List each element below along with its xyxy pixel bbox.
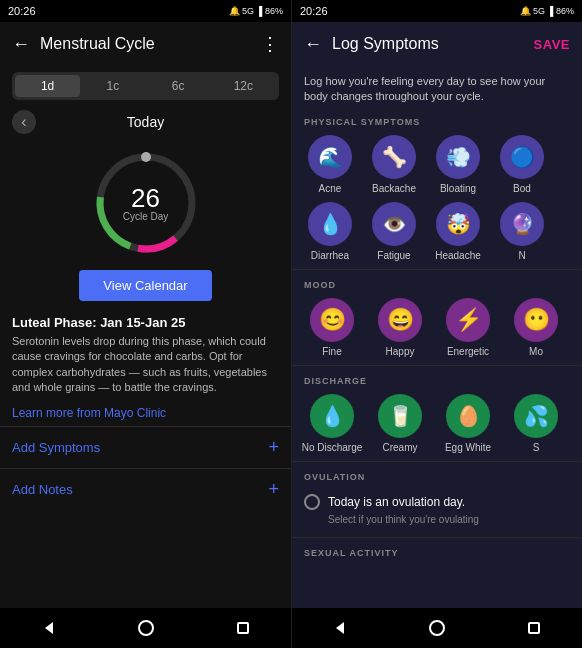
cycle-circle: 26 Cycle Day: [91, 148, 201, 258]
egg-white-icon: 🥚: [446, 394, 490, 438]
symptom-backache[interactable]: 🦴 Backache: [364, 135, 424, 194]
body-icon: 🔵: [500, 135, 544, 179]
creamy-label: Creamy: [382, 442, 417, 453]
right-recents-nav-button[interactable]: [519, 613, 549, 643]
energetic-label: Energetic: [447, 346, 489, 357]
ovulation-subtitle: Select if you think you're ovulating: [304, 514, 570, 525]
symptom-fatigue[interactable]: 👁️ Fatigue: [364, 202, 424, 261]
mayo-clinic-link[interactable]: Learn more from Mayo Clinic: [12, 406, 279, 420]
left-time: 20:26: [8, 5, 36, 17]
home-nav-button[interactable]: [131, 613, 161, 643]
body-label: Bod: [513, 183, 531, 194]
mood-fine[interactable]: 😊 Fine: [300, 298, 364, 357]
right-alarm-icon: 🔔: [520, 6, 531, 16]
mood-more[interactable]: 😶 Mo: [504, 298, 568, 357]
discharge-s[interactable]: 💦 S: [504, 394, 568, 453]
symptom-acne[interactable]: 🌊 Acne: [300, 135, 360, 194]
right-home-nav-button[interactable]: [422, 613, 452, 643]
add-symptoms-section[interactable]: Add Symptoms +: [0, 426, 291, 468]
physical-symptoms-row2: 💧 Diarrhea 👁️ Fatigue 🤯 Headache 🔮 N: [292, 198, 582, 265]
mood-more-label: Mo: [529, 346, 543, 357]
mood-grid: 😊 Fine 😄 Happy ⚡ Energetic 😶 Mo: [292, 294, 582, 361]
physical-symptoms-grid: 🌊 Acne 🦴 Backache 💨 Bloating 🔵 Bod: [292, 131, 582, 198]
discharge-s-icon: 💦: [514, 394, 558, 438]
discharge-s-label: S: [533, 442, 540, 453]
fatigue-icon: 👁️: [372, 202, 416, 246]
right-bottom-nav: [292, 608, 582, 648]
svg-rect-9: [529, 623, 539, 633]
right-status-icons: 🔔 5G ▐ 86%: [520, 6, 574, 16]
left-back-button[interactable]: ←: [12, 34, 30, 55]
diarrhea-label: Diarrhea: [311, 250, 349, 261]
right-signal-icon: 5G: [533, 6, 545, 16]
divider-2: [292, 365, 582, 366]
phase-info: Luteal Phase: Jan 15-Jan 25 Serotonin le…: [0, 307, 291, 400]
tab-12c[interactable]: 12c: [211, 75, 276, 97]
creamy-icon: 🥛: [378, 394, 422, 438]
right-battery-icon: ▐ 86%: [547, 6, 574, 16]
battery-icon: ▐ 86%: [256, 6, 283, 16]
symptom-bloating[interactable]: 💨 Bloating: [428, 135, 488, 194]
divider-4: [292, 537, 582, 538]
svg-marker-4: [45, 622, 53, 634]
symptom-headache[interactable]: 🤯 Headache: [428, 202, 488, 261]
tab-6c[interactable]: 6c: [146, 75, 211, 97]
left-status-bar: 20:26 🔔 5G ▐ 86%: [0, 0, 291, 22]
tab-1c[interactable]: 1c: [80, 75, 145, 97]
sexual-activity-label: SEXUAL ACTIVITY: [292, 542, 582, 562]
left-status-icons: 🔔 5G ▐ 86%: [229, 6, 283, 16]
save-button[interactable]: SAVE: [534, 37, 570, 52]
log-symptoms-scroll[interactable]: Log how you're feeling every day to see …: [292, 66, 582, 608]
right-top-bar: ← Log Symptoms SAVE: [292, 22, 582, 66]
symptom-body[interactable]: 🔵 Bod: [492, 135, 552, 194]
physical-symptoms-label: PHYSICAL SYMPTOMS: [292, 111, 582, 131]
discharge-section-label: DISCHARGE: [292, 370, 582, 390]
discharge-grid: 💧 No Discharge 🥛 Creamy 🥚 Egg White 💦 S: [292, 390, 582, 457]
svg-point-3: [141, 152, 151, 162]
mood-more-icon: 😶: [514, 298, 558, 342]
recents-nav-button[interactable]: [228, 613, 258, 643]
backache-icon: 🦴: [372, 135, 416, 179]
current-date-label: Today: [127, 114, 164, 130]
view-calendar-button[interactable]: View Calendar: [79, 270, 211, 301]
svg-point-5: [139, 621, 153, 635]
left-menu-button[interactable]: ⋮: [261, 33, 279, 55]
right-back-nav-button[interactable]: [325, 613, 355, 643]
right-back-button[interactable]: ←: [304, 34, 322, 55]
discharge-egg-white[interactable]: 🥚 Egg White: [436, 394, 500, 453]
fine-icon: 😊: [310, 298, 354, 342]
svg-point-8: [430, 621, 444, 635]
symptom-n[interactable]: 🔮 N: [492, 202, 552, 261]
ovulation-row: Today is an ovulation day.: [304, 494, 570, 510]
cycle-circle-container: 26 Cycle Day: [0, 138, 291, 264]
phase-description: Serotonin levels drop during this phase,…: [12, 334, 279, 396]
signal-icon: 5G: [242, 6, 254, 16]
mood-energetic[interactable]: ⚡ Energetic: [436, 298, 500, 357]
period-tabs: 1d 1c 6c 12c: [12, 72, 279, 100]
headache-icon: 🤯: [436, 202, 480, 246]
discharge-creamy[interactable]: 🥛 Creamy: [368, 394, 432, 453]
right-title: Log Symptoms: [332, 35, 534, 53]
tab-1d[interactable]: 1d: [15, 75, 80, 97]
alarm-icon: 🔔: [229, 6, 240, 16]
cycle-day-label: Cycle Day: [123, 211, 169, 222]
fatigue-label: Fatigue: [377, 250, 410, 261]
acne-icon: 🌊: [308, 135, 352, 179]
mood-happy[interactable]: 😄 Happy: [368, 298, 432, 357]
prev-date-button[interactable]: ‹: [12, 110, 36, 134]
right-time: 20:26: [300, 5, 328, 17]
backache-label: Backache: [372, 183, 416, 194]
add-notes-section[interactable]: Add Notes +: [0, 468, 291, 510]
add-notes-icon: +: [268, 479, 279, 500]
symptom-diarrhea[interactable]: 💧 Diarrhea: [300, 202, 360, 261]
right-status-bar: 20:26 🔔 5G ▐ 86%: [292, 0, 582, 22]
svg-marker-7: [336, 622, 344, 634]
ovulation-text: Today is an ovulation day.: [328, 495, 465, 509]
back-nav-button[interactable]: [34, 613, 64, 643]
divider-1: [292, 269, 582, 270]
add-symptoms-label: Add Symptoms: [12, 440, 100, 455]
ovulation-radio[interactable]: [304, 494, 320, 510]
discharge-none[interactable]: 💧 No Discharge: [300, 394, 364, 453]
happy-icon: 😄: [378, 298, 422, 342]
fine-label: Fine: [322, 346, 341, 357]
